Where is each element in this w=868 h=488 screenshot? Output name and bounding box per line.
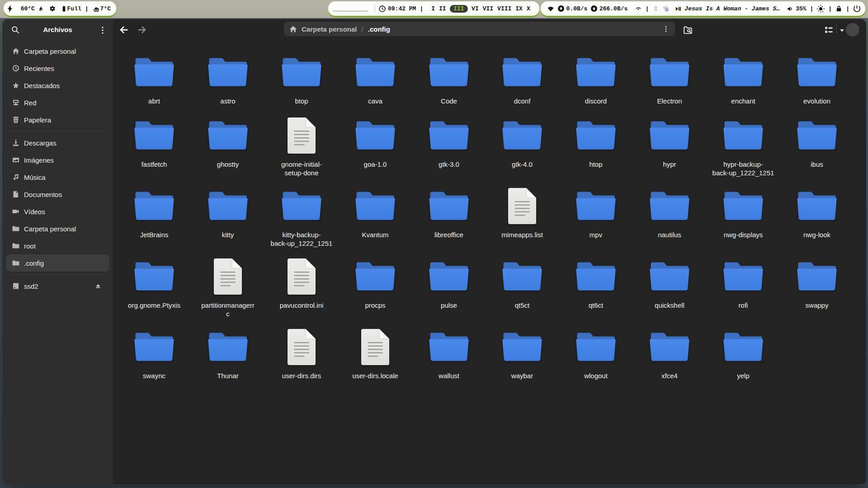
svg-text:SD: SD: [665, 9, 669, 11]
